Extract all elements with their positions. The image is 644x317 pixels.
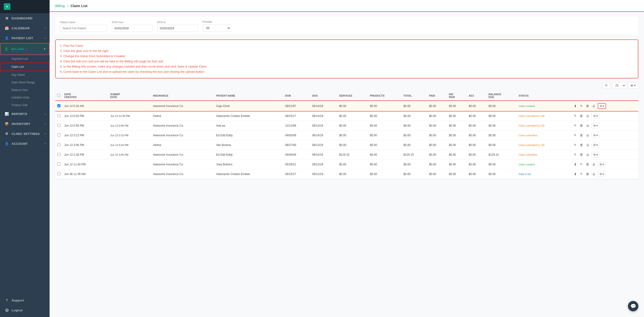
delete-button[interactable]: 🗑 xyxy=(585,171,590,176)
print-button[interactable]: 🖨 xyxy=(591,162,596,167)
delete-button[interactable]: 🗑 xyxy=(579,123,584,128)
edit-button[interactable]: ✎ xyxy=(573,123,578,128)
gear-button[interactable]: ⚙ ▾ xyxy=(592,133,600,138)
sidebar-item-date-sheet-range[interactable]: Date Sheet Range xyxy=(0,79,50,86)
refresh-button[interactable]: ↻ xyxy=(602,82,610,89)
sidebar-item-account[interactable]: 👤 ACCOUNT › xyxy=(0,139,50,149)
edit-button[interactable]: ✎ xyxy=(579,162,584,167)
per-page-select[interactable]: 25 50 100 xyxy=(612,82,626,89)
delete-button[interactable]: 🗑 xyxy=(585,104,590,108)
gear-button[interactable]: ⚙ ▾ xyxy=(592,152,600,157)
print-button[interactable]: 🖨 xyxy=(591,104,596,108)
edit-button[interactable]: ✎ xyxy=(573,113,578,118)
patient-name-input[interactable] xyxy=(60,25,107,32)
sidebar-item-calendar[interactable]: 📅 CALENDAR › xyxy=(0,23,50,33)
delete-button[interactable]: 🗑 xyxy=(585,162,590,167)
row-checkbox[interactable] xyxy=(57,172,60,175)
row-checkbox[interactable] xyxy=(57,114,60,117)
dos-cell: 06/13/18 xyxy=(310,140,337,150)
sidebar-item-clinic-settings[interactable]: ⚙ CLINIC SETTINGS › xyxy=(0,129,50,139)
sidebar-item-payment-list[interactable]: Payment List xyxy=(0,55,50,63)
select-all-checkbox[interactable] xyxy=(57,94,60,97)
col-dos: DOS xyxy=(310,91,337,101)
gear-button[interactable]: ⚙ ▾ xyxy=(592,113,600,119)
date-created-cell: Jun 12 11:40 PM xyxy=(62,159,108,169)
paid-cell: $0.00 xyxy=(427,121,447,130)
sidebar-item-support[interactable]: ? Support xyxy=(0,295,50,305)
sidebar-item-label: DASHBOARD xyxy=(12,17,32,20)
breadcrumb: Billing > Claim List xyxy=(55,4,87,8)
delete-button[interactable]: 🗑 xyxy=(579,142,584,147)
ins-paid-cell: $0.00 xyxy=(447,101,467,111)
gear-button[interactable]: ⚙ ▾ xyxy=(592,123,600,128)
sidebar: + ⊞ DASHBOARD 📅 CALENDAR › 👤 PATIENT LIS… xyxy=(0,0,50,317)
sidebar-item-patient-list[interactable]: 👤 PATIENT LIST › xyxy=(0,33,50,43)
settings-icon: ⚙ xyxy=(4,132,9,136)
sidebar-item-inventory[interactable]: 📦 INVENTORY › xyxy=(0,119,50,129)
row-checkbox[interactable] xyxy=(57,143,60,146)
provider-select[interactable]: All xyxy=(202,24,231,32)
chevron-right-icon: › xyxy=(45,37,46,40)
upload-button[interactable]: ⬆ xyxy=(573,162,578,167)
row-checkbox-cell xyxy=(55,159,62,169)
delete-button[interactable]: 🗑 xyxy=(579,113,584,118)
edit-button[interactable]: ✎ xyxy=(573,133,578,138)
edit-button[interactable]: ✎ xyxy=(579,104,584,108)
gear-button[interactable]: ⚙ ▾ xyxy=(592,142,600,148)
gear-chevron-icon: ▾ xyxy=(602,163,604,166)
print-button[interactable]: 🖨 xyxy=(585,152,590,157)
chat-widget[interactable]: 💬 xyxy=(628,301,638,311)
row-checkbox[interactable] xyxy=(57,153,60,156)
services-cell: $0.00 xyxy=(337,121,368,130)
sidebar-item-billing[interactable]: 💲 BILLING ↓ ▾ xyxy=(0,43,50,55)
chevron-right-icon: › xyxy=(45,132,46,135)
edit-button[interactable]: ✎ xyxy=(579,171,584,176)
gear-icon: ⚙ xyxy=(593,114,596,118)
dos-from-label: DOS from xyxy=(112,21,152,24)
sidebar-item-dashboard[interactable]: ⊞ DASHBOARD xyxy=(0,13,50,23)
gear-button[interactable]: ⚙ ▾ xyxy=(598,171,606,177)
breadcrumb-separator: > xyxy=(66,4,69,8)
patient-name-cell: Ada aa xyxy=(214,121,283,130)
sidebar-item-unbilled-visits[interactable]: Unbilled Visits xyxy=(0,94,50,101)
insurance-cell: Aedna xyxy=(151,111,214,121)
col-adj: ADJ xyxy=(467,91,486,101)
gear-button[interactable]: ⚙ ▾ xyxy=(598,103,606,109)
breadcrumb-billing[interactable]: Billing xyxy=(55,4,65,8)
total-cell: $129.15 xyxy=(402,150,427,159)
sidebar-item-logout[interactable]: ⏻ Logout xyxy=(0,305,50,315)
print-button[interactable]: 🖨 xyxy=(585,133,590,138)
table-row: Jun 13 3:06 PM Jun 13 5:54 PM Aedna Van … xyxy=(55,140,638,150)
print-button[interactable]: 🖨 xyxy=(585,113,590,118)
dos-to-input[interactable] xyxy=(157,25,198,32)
patient-name-cell: Adamache Cristian Emilian xyxy=(214,111,283,121)
tooltip-box: 1. Find the Claim 2. Click the gear icon… xyxy=(55,40,638,78)
sidebar-item-balance-due[interactable]: Balance Due xyxy=(0,86,50,94)
dos-cell: 06/14/18 xyxy=(310,111,337,121)
billing-arrow: ↓ xyxy=(26,47,28,52)
sidebar-item-reports[interactable]: 📊 REPORTS › xyxy=(0,109,50,119)
print-button[interactable]: 🖨 xyxy=(585,123,590,128)
view-toggle-button[interactable]: ⊞ ▾ xyxy=(628,82,638,89)
chevron-right-icon: › xyxy=(45,142,46,145)
row-checkbox[interactable] xyxy=(57,133,60,137)
edit-button[interactable]: ✎ xyxy=(573,142,578,147)
edit-button[interactable]: ✎ xyxy=(573,152,578,157)
upload-button[interactable]: ⬆ xyxy=(573,104,578,109)
delete-button[interactable]: 🗑 xyxy=(579,152,584,157)
print-button[interactable]: 🖨 xyxy=(591,171,596,176)
patient-name-cell: Joey Buttons xyxy=(214,159,283,169)
row-checkbox[interactable] xyxy=(57,163,60,166)
gear-button[interactable]: ⚙ ▾ xyxy=(598,162,606,167)
support-label: Support xyxy=(12,298,24,302)
row-checkbox[interactable] xyxy=(57,104,60,107)
total-cell: $0.00 xyxy=(402,140,427,150)
delete-button[interactable]: 🗑 xyxy=(579,133,584,138)
upload-button[interactable]: ⬆ xyxy=(573,171,578,177)
dos-from-input[interactable] xyxy=(112,25,152,32)
sidebar-item-product-sale[interactable]: Product Sale xyxy=(0,101,50,109)
row-checkbox[interactable] xyxy=(57,124,60,127)
sidebar-item-claim-list[interactable]: Claim List xyxy=(0,63,50,71)
sidebar-item-day-sheet[interactable]: Day Sheet xyxy=(0,71,50,79)
print-button[interactable]: 🖨 xyxy=(585,142,590,147)
